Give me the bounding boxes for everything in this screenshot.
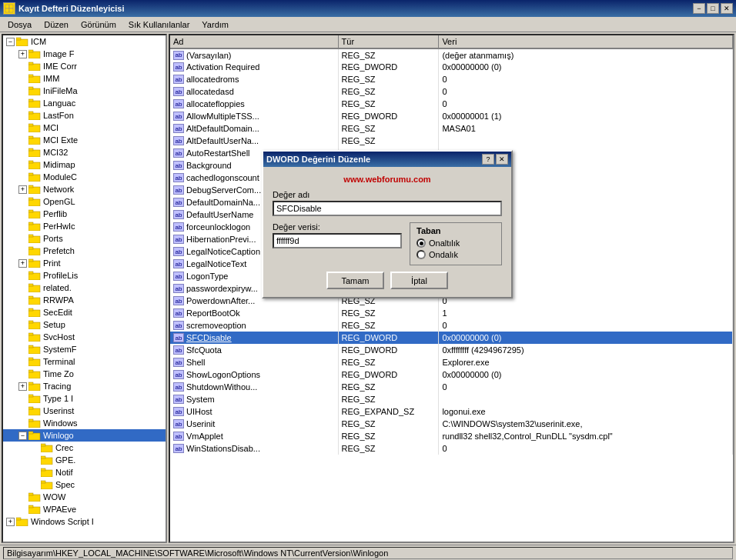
- table-row[interactable]: abReportBootOkREG_SZ1: [170, 307, 733, 319]
- tree-item[interactable]: Notif: [3, 466, 166, 478]
- tree-item[interactable]: +Windows Script I: [3, 515, 166, 528]
- table-row[interactable]: aballocatefloppiesREG_SZ0: [170, 98, 733, 110]
- tree-item[interactable]: ProfileLis: [3, 269, 166, 282]
- table-row[interactable]: abShowLogonOptionsREG_DWORD0x00000000 (0…: [170, 368, 733, 381]
- tree-item[interactable]: −Winlogo: [3, 429, 166, 442]
- tree-item[interactable]: Time Zo: [3, 368, 166, 380]
- reg-name: DebugServerCom...: [186, 185, 261, 195]
- dialog-help-button[interactable]: ?: [482, 154, 494, 165]
- tree-item[interactable]: +Tracing: [3, 380, 166, 392]
- folder-icon: [28, 282, 41, 293]
- dword-dialog[interactable]: DWORD Değerini Düzenle ? ✕ www.webforumu…: [262, 150, 513, 298]
- menu-duzen[interactable]: Düzen: [38, 18, 75, 31]
- svg-rect-39: [28, 247, 33, 249]
- tree-item[interactable]: Terminal: [3, 355, 166, 368]
- tree-item[interactable]: +Network: [3, 183, 166, 195]
- tree-item[interactable]: Languac: [3, 97, 166, 109]
- tree-item[interactable]: related.: [3, 282, 166, 294]
- table-row[interactable]: abShellREG_SZExplorer.exe: [170, 356, 733, 368]
- tree-item[interactable]: SystemF: [3, 343, 166, 355]
- tree-item[interactable]: IMM: [3, 72, 166, 85]
- tree-expander[interactable]: +: [6, 518, 15, 526]
- hex-radio[interactable]: [417, 238, 426, 248]
- tree-expander[interactable]: +: [18, 382, 27, 391]
- table-row[interactable]: abscremoveoptionREG_SZ0: [170, 319, 733, 332]
- col-type[interactable]: Tür: [338, 35, 439, 48]
- table-row[interactable]: aballocatedromsREG_SZ0: [170, 73, 733, 85]
- decimal-radio-item[interactable]: Ondalık: [417, 250, 495, 259]
- tree-item[interactable]: −ICM: [3, 35, 166, 48]
- tree-item[interactable]: IniFileMa: [3, 85, 166, 97]
- table-row[interactable]: aballocatedasdREG_SZ0: [170, 85, 733, 98]
- table-row[interactable]: abShutdownWithou...REG_SZ0: [170, 381, 733, 393]
- registry-tree[interactable]: −ICM+Image FIME CorrIMMIniFileMaLanguacL…: [2, 34, 167, 543]
- data-label: Değer verisi:: [273, 222, 402, 232]
- tree-item[interactable]: Userinst: [3, 405, 166, 417]
- tree-item[interactable]: LastFon: [3, 109, 166, 122]
- tree-item[interactable]: Windows: [3, 417, 166, 429]
- tree-item[interactable]: MCI32: [3, 146, 166, 158]
- maximize-button[interactable]: □: [707, 3, 719, 14]
- col-name[interactable]: Ad: [170, 35, 338, 48]
- name-input[interactable]: [273, 201, 502, 216]
- tree-item[interactable]: +Print: [3, 257, 166, 269]
- cancel-button[interactable]: İptal: [390, 272, 448, 289]
- tree-item[interactable]: Crec: [3, 442, 166, 454]
- tree-item[interactable]: MCI Exte: [3, 134, 166, 146]
- table-row[interactable]: abWinStationsDisab...REG_SZ0: [170, 442, 733, 455]
- ok-button[interactable]: Tamam: [326, 272, 384, 289]
- tree-item[interactable]: Setup: [3, 318, 166, 331]
- tree-item[interactable]: WOW: [3, 491, 166, 503]
- tree-expander[interactable]: −: [6, 38, 15, 46]
- menu-yardim[interactable]: Yardım: [196, 18, 235, 31]
- minimize-button[interactable]: −: [693, 3, 705, 14]
- table-row[interactable]: abUIHostREG_EXPAND_SZlogonui.exe: [170, 405, 733, 418]
- tree-item[interactable]: SecEdit: [3, 306, 166, 318]
- close-button[interactable]: ✕: [721, 3, 733, 14]
- hex-radio-item[interactable]: Onaltılık: [417, 238, 495, 248]
- dialog-close-button[interactable]: ✕: [496, 154, 508, 165]
- tree-item[interactable]: SvcHost: [3, 331, 166, 343]
- tree-item[interactable]: RRWPA: [3, 294, 166, 306]
- table-row[interactable]: abUserinitREG_SZC:\WINDOWS\system32\user…: [170, 418, 733, 430]
- decimal-radio[interactable]: [417, 250, 426, 259]
- svg-rect-4: [16, 39, 28, 46]
- tree-item[interactable]: MCI: [3, 122, 166, 134]
- table-row[interactable]: abActivation RequiredREG_DWORD0x00000000…: [170, 61, 733, 73]
- tree-item[interactable]: IME Corr: [3, 60, 166, 72]
- table-row[interactable]: abSfcQuotaREG_DWORD0xffffffff (429496729…: [170, 344, 733, 356]
- svg-rect-80: [28, 507, 40, 514]
- tree-item[interactable]: Perflib: [3, 208, 166, 220]
- menu-dosya[interactable]: Dosya: [2, 18, 38, 31]
- tree-item[interactable]: Ports: [3, 232, 166, 245]
- tree-expander[interactable]: +: [18, 50, 27, 58]
- tree-expander[interactable]: +: [18, 185, 27, 194]
- tree-item[interactable]: Type 1 I: [3, 392, 166, 405]
- table-row[interactable]: abAltDefaultUserNa...REG_SZ: [170, 135, 733, 147]
- tree-item[interactable]: ModuleC: [3, 171, 166, 183]
- tree-item[interactable]: +Image F: [3, 48, 166, 60]
- table-row[interactable]: abAltDefaultDomain...REG_SZMASA01: [170, 122, 733, 135]
- col-value[interactable]: Veri: [439, 35, 733, 48]
- tree-item[interactable]: PerHwIc: [3, 220, 166, 232]
- table-row[interactable]: ab(Varsayılan)REG_SZ(değer atanmamış): [170, 48, 733, 61]
- table-row[interactable]: abSFCDisableREG_DWORD0x00000000 (0): [170, 332, 733, 344]
- tree-item[interactable]: WPAEve: [3, 503, 166, 515]
- reg-type: REG_DWORD: [338, 368, 439, 381]
- data-input[interactable]: [273, 233, 402, 248]
- table-row[interactable]: abSystemREG_SZ: [170, 393, 733, 405]
- tree-item[interactable]: Midimap: [3, 158, 166, 171]
- menu-sik-kullanilanlar[interactable]: Sık Kullanılanlar: [122, 18, 196, 31]
- table-row[interactable]: abAllowMultipleTSS...REG_DWORD0x00000001…: [170, 110, 733, 122]
- tree-item[interactable]: Spec: [3, 478, 166, 491]
- table-row[interactable]: abVmAppletREG_SZrundll32 shell32,Control…: [170, 430, 733, 442]
- tree-item[interactable]: Prefetch: [3, 245, 166, 257]
- tree-expander[interactable]: +: [18, 259, 27, 268]
- reg-icon: ab: [173, 444, 184, 453]
- tree-expander[interactable]: −: [18, 432, 27, 440]
- tree-item[interactable]: GPE.: [3, 454, 166, 466]
- menu-gorunum[interactable]: Görünüm: [75, 18, 122, 31]
- tree-item[interactable]: OpenGL: [3, 195, 166, 208]
- tree-item-label: Userinst: [43, 406, 74, 415]
- dialog-title-bar: DWORD Değerini Düzenle ? ✕: [263, 152, 511, 167]
